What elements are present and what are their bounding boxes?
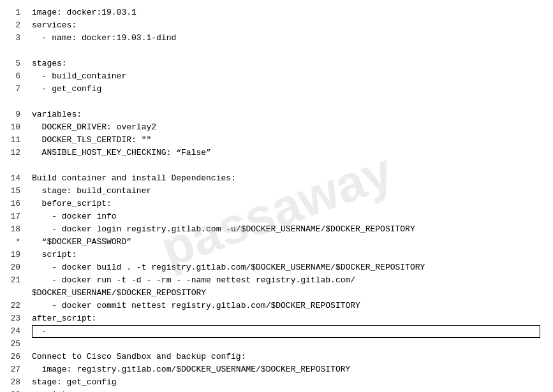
code-container: passaway 1 2 3 5 6 7 9 10 11 12 14 15 16…	[0, 0, 553, 392]
code-line-15: stage: build_container	[32, 185, 547, 198]
code-line-8	[32, 96, 547, 108]
code-line-9: variables:	[32, 108, 547, 121]
line-num-asterisk: *	[5, 236, 20, 249]
line-num-17: 17	[5, 210, 20, 223]
code-line-4	[32, 45, 547, 57]
line-num-5: 5	[5, 57, 20, 70]
code-line-3: - name: docker:19.03.1-dind	[32, 32, 547, 45]
code-line-5: stages:	[32, 57, 547, 70]
line-num-9: 9	[5, 108, 20, 121]
code-line-26: Connect to Cisco Sandbox and backup conf…	[32, 351, 547, 363]
line-num-15: 15	[5, 185, 20, 198]
code-line-7: - get_config	[32, 83, 547, 96]
line-num-16: 16	[5, 198, 20, 210]
code-line-asterisk: “$DOCKER_PASSWORD”	[32, 236, 547, 249]
line-num-18: 18	[5, 223, 20, 236]
code-line-21: - docker run -t -d - -rm - -name nettest…	[32, 274, 547, 287]
line-num-25: 25	[5, 338, 20, 351]
code-line-23: after_script:	[32, 312, 547, 325]
line-num-4	[5, 45, 20, 57]
line-num-29: 29	[5, 389, 20, 392]
line-num-14: 14	[5, 172, 20, 185]
line-num-6: 6	[5, 70, 20, 83]
line-num-1: 1	[5, 6, 20, 19]
code-line-28: stage: get_config	[32, 376, 547, 389]
line-num-11: 11	[5, 134, 20, 147]
code-line-27: image: registry.gitlab.com/$DOCKER_USERN…	[32, 363, 547, 376]
line-num-12: 12	[5, 147, 20, 159]
code-line-17: - docker info	[32, 210, 547, 223]
code-line-25	[32, 338, 547, 351]
line-num-7: 7	[5, 83, 20, 96]
code-line-18: - docker login registry.gitlab.com -u/$D…	[32, 223, 547, 236]
line-num-28: 28	[5, 376, 20, 389]
code-line-10: DOCKER_DRIVER: overlay2	[32, 121, 547, 134]
code-line-20: - docker build . -t registry.gitlab.com/…	[32, 261, 547, 274]
code-line-12: ANSIBLE_HOST_KEY_CHECKING: “False”	[32, 147, 547, 159]
code-lines: image: docker:19.03.1 services: - name: …	[26, 6, 553, 392]
code-line-16: before_script:	[32, 198, 547, 210]
line-num-27: 27	[5, 363, 20, 376]
code-line-24[interactable]: -	[32, 325, 547, 338]
code-line-21b: $DOCKER_USERNAME/$DOCKER_REPOSITORY	[32, 287, 547, 300]
line-num-19: 19	[5, 249, 20, 261]
line-num-26: 26	[5, 351, 20, 363]
line-num-22: 22	[5, 300, 20, 312]
code-line-2: services:	[32, 19, 547, 32]
code-line-29: script:	[32, 389, 547, 392]
code-line-19: script:	[32, 249, 547, 261]
line-num-3: 3	[5, 32, 20, 45]
code-line-11: DOCKER_TLS_CERTDIR: ""	[32, 134, 547, 147]
code-line-6: - build_container	[32, 70, 547, 83]
line-num-21b	[5, 287, 20, 300]
line-num-21: 21	[5, 274, 20, 287]
code-line-14: Build container and install Dependencies…	[32, 172, 547, 185]
code-line-22: - docker commit nettest registry.gitlab.…	[32, 300, 547, 312]
line-num-20: 20	[5, 261, 20, 274]
line-num-23: 23	[5, 312, 20, 325]
line-num-8	[5, 96, 20, 108]
line-numbers: 1 2 3 5 6 7 9 10 11 12 14 15 16 17 18 * …	[0, 6, 26, 392]
code-line-13	[32, 159, 547, 172]
code-line-1: image: docker:19.03.1	[32, 6, 547, 19]
line-num-10: 10	[5, 121, 20, 134]
line-num-13	[5, 159, 20, 172]
line-num-2: 2	[5, 19, 20, 32]
line-num-24: 24	[5, 325, 20, 338]
